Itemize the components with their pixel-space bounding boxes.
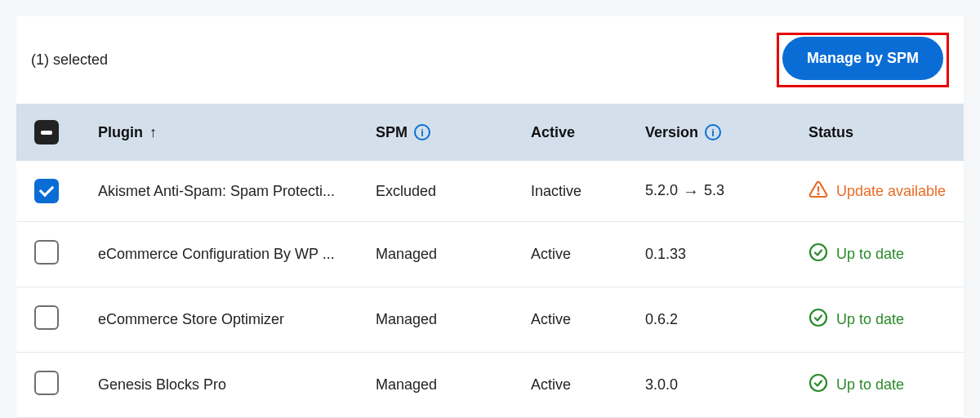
version-from: 5.2.0 [645,182,678,198]
check-circle-icon [808,308,828,331]
row-checkbox-cell [16,287,90,353]
row-checkbox[interactable] [34,240,59,265]
version-from: 3.0.0 [645,376,678,393]
status-label: Up to date [836,246,904,263]
check-circle-icon [808,242,828,266]
row-checkbox-cell [16,353,90,418]
svg-point-4 [810,375,826,391]
version-value: 3.0.0 [637,353,800,418]
header-plugin-label: Plugin [98,124,143,141]
plugins-table: Plugin ↑ SPM i Active Version i [16,104,964,418]
table-row: eCommerce Store OptimizerManagedActive0.… [16,287,964,353]
header-version-label: Version [645,124,698,141]
header-spm: SPM i [368,104,523,161]
header-checkbox-cell [16,104,90,161]
check-circle-icon [808,373,828,397]
spm-value: Managed [368,353,523,418]
manage-by-spm-button[interactable]: Manage by SPM [782,37,943,80]
spm-value: Managed [368,287,523,353]
table-row: Akismet Anti-Spam: Spam Protecti...Exclu… [16,161,964,222]
header-active: Active [523,104,637,161]
header-spm-label: SPM [376,124,408,141]
version-from: 0.1.33 [645,246,686,262]
plugin-name: Genesis Blocks Pro [90,353,368,418]
svg-point-1 [817,193,818,193]
active-value: Active [523,222,637,287]
arrow-right-icon: → [683,182,699,201]
svg-point-3 [810,309,826,326]
status-cell: Update available [800,161,964,222]
table-row: eCommerce Configuration By WP ...Managed… [16,222,964,287]
header-status-label: Status [808,124,853,140]
select-all-checkbox[interactable] [34,120,59,145]
version-from: 0.6.2 [645,311,678,327]
panel-header: (1) selected Manage by SPM [16,16,964,104]
info-icon[interactable]: i [414,124,430,140]
plugin-name: Akismet Anti-Spam: Spam Protecti... [90,161,368,222]
version-value: 0.1.33 [637,222,800,287]
version-to: 5.3 [704,182,724,198]
header-version: Version i [637,104,800,161]
spm-value: Excluded [368,161,523,222]
svg-point-2 [810,244,826,260]
row-checkbox[interactable] [34,305,59,330]
row-checkbox[interactable] [34,179,59,203]
status-cell: Up to date [800,353,964,418]
row-checkbox[interactable] [34,371,59,395]
status-label: Update available [836,183,946,200]
header-active-label: Active [531,124,575,140]
status-cell: Up to date [800,287,964,353]
sort-asc-icon: ↑ [149,124,157,141]
active-value: Active [523,353,637,418]
warning-icon [808,180,828,203]
active-value: Inactive [523,161,637,222]
status-label: Up to date [836,311,904,328]
plugins-panel: (1) selected Manage by SPM Plugin ↑ SPM [16,16,964,418]
version-value: 0.6.2 [637,287,800,353]
selection-count: (1) selected [31,51,108,69]
row-checkbox-cell [16,161,90,222]
table-header-row: Plugin ↑ SPM i Active Version i [16,104,964,161]
active-value: Active [523,287,637,353]
header-status: Status [800,104,964,161]
plugin-name: eCommerce Configuration By WP ... [90,222,368,287]
check-icon [39,182,54,197]
table-row: Genesis Blocks ProManagedActive3.0.0Up t… [16,353,964,418]
status-cell: Up to date [800,222,964,287]
info-icon[interactable]: i [705,124,721,140]
manage-button-highlight: Manage by SPM [777,33,949,87]
table-body: Akismet Anti-Spam: Spam Protecti...Exclu… [16,161,964,418]
version-value: 5.2.0→5.3 [637,161,800,222]
row-checkbox-cell [16,222,90,287]
spm-value: Managed [368,222,523,287]
status-label: Up to date [836,376,904,394]
plugin-name: eCommerce Store Optimizer [90,287,368,353]
header-plugin[interactable]: Plugin ↑ [90,104,368,161]
